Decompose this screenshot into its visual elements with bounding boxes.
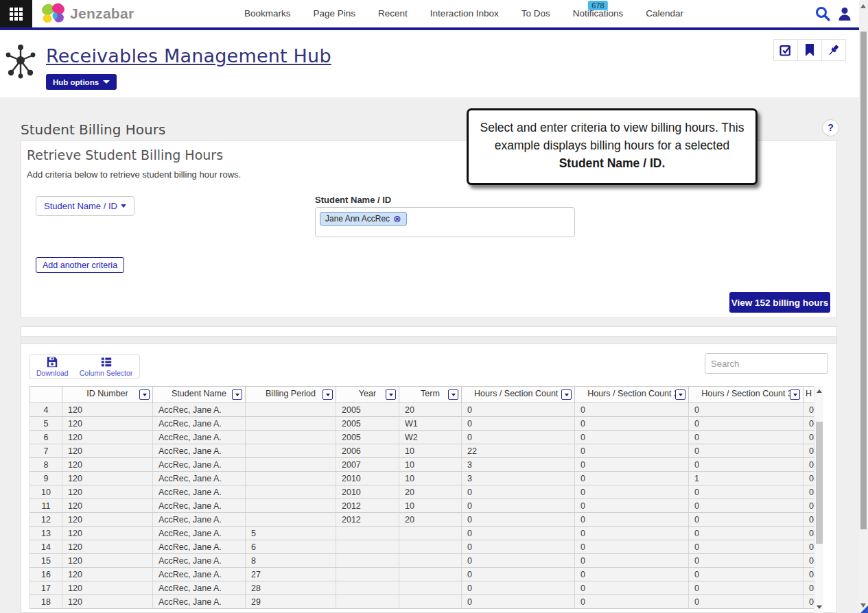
filter-icon[interactable]	[790, 389, 800, 400]
col-truncated[interactable]: H	[804, 387, 814, 403]
table-row[interactable]: 6120AccRec, Jane A.2005W20000	[30, 431, 814, 444]
bookmark-button[interactable]	[797, 39, 822, 61]
nav-recent[interactable]: Recent	[378, 0, 408, 27]
table-row[interactable]: 16120AccRec, Jane A.270000	[30, 568, 814, 581]
col-hours-section-count-1[interactable]: Hours / Section Count 1	[462, 387, 575, 403]
grid-search-input[interactable]	[705, 353, 828, 374]
hub-options-button[interactable]: Hub options	[46, 74, 117, 90]
criteria-type-dropdown[interactable]: Student Name / ID	[36, 196, 134, 216]
table-row[interactable]: 12120AccRec, Jane A.2012200000	[30, 513, 814, 527]
remove-tag-icon[interactable]: ⊗	[393, 214, 401, 224]
filter-icon[interactable]	[561, 389, 572, 400]
scroll-down-icon[interactable]	[817, 605, 822, 609]
nav-to-dos[interactable]: To Dos	[521, 0, 550, 27]
jenzabar-logo[interactable]: Jenzabar	[40, 2, 134, 25]
chevron-down-icon	[103, 80, 110, 84]
col-billing-period[interactable]: Billing Period	[246, 387, 336, 403]
help-icon[interactable]: ?	[822, 119, 839, 136]
cell-name: AccRec, Jane A.	[153, 554, 246, 568]
user-profile-icon[interactable]	[836, 5, 853, 22]
col-id-number[interactable]: ID Number	[62, 387, 153, 403]
row-number-cell: 7	[30, 444, 62, 458]
hub-title-link[interactable]: Receivables Management Hub	[46, 45, 331, 67]
student-name-id-input[interactable]: Jane Ann AccRec ⊗	[315, 207, 575, 237]
table-row[interactable]: 5120AccRec, Jane A.2005W10000	[30, 417, 814, 431]
cell-bp	[246, 431, 336, 444]
filter-icon[interactable]	[322, 389, 333, 400]
col-term[interactable]: Term	[399, 387, 462, 403]
table-scrollbar-thumb[interactable]	[816, 422, 823, 544]
cell-h4: 0	[804, 444, 814, 458]
selected-student-tag[interactable]: Jane Ann AccRec ⊗	[320, 212, 407, 226]
tasks-button[interactable]	[773, 39, 798, 61]
table-scrollbar[interactable]	[814, 386, 823, 613]
cell-term	[399, 595, 462, 609]
table-row[interactable]: 18120AccRec, Jane A.290000	[30, 595, 814, 609]
cell-term: 10	[399, 444, 462, 458]
cell-h2: 0	[575, 527, 689, 540]
col-student-name[interactable]: Student Name	[153, 387, 246, 403]
nav-page-pins[interactable]: Page Pins	[314, 0, 356, 27]
page-scrollbar[interactable]	[859, 0, 868, 613]
nav-notifications[interactable]: 678 Notifications	[573, 0, 624, 27]
table-row[interactable]: 8120AccRec, Jane A.2007103000	[30, 458, 814, 472]
nav-calendar[interactable]: Calendar	[646, 0, 683, 27]
scroll-up-icon[interactable]	[860, 4, 866, 8]
filter-icon[interactable]	[139, 389, 150, 400]
row-number-cell: 15	[30, 554, 62, 568]
cell-term: 10	[399, 472, 462, 485]
table-row[interactable]: 4120AccRec, Jane A.2005200000	[30, 403, 814, 417]
page-scrollbar-thumb[interactable]	[860, 32, 867, 529]
search-icon[interactable]	[814, 5, 831, 22]
filter-icon[interactable]	[675, 389, 685, 400]
view-billing-hours-button[interactable]: View 152 billing hours	[729, 292, 830, 313]
add-another-criteria-button[interactable]: Add another criteria	[36, 257, 124, 273]
cell-h4: 0	[804, 513, 814, 527]
table-row[interactable]: 17120AccRec, Jane A.280000	[30, 581, 814, 595]
cell-h2: 0	[575, 431, 689, 444]
cell-term: 10	[399, 499, 462, 513]
cell-year	[336, 540, 399, 554]
page-title: Student Billing Hours	[21, 121, 165, 138]
cell-year: 2007	[336, 458, 399, 472]
cell-year: 2010	[336, 472, 399, 485]
app-launcher-button[interactable]	[0, 0, 32, 27]
col-hours-section-count-3[interactable]: Hours / Section Count 3	[689, 387, 804, 403]
table-row[interactable]: 10120AccRec, Jane A.2010200000	[30, 485, 814, 499]
pin-button[interactable]	[821, 39, 846, 61]
filter-icon[interactable]	[232, 389, 242, 400]
cell-year	[336, 568, 399, 581]
column-selector-button[interactable]: Column Selector	[80, 357, 133, 377]
billing-table-body: 4120AccRec, Jane A.20052000005120AccRec,…	[30, 403, 814, 609]
table-row[interactable]: 9120AccRec, Jane A.2010103010	[30, 472, 814, 485]
row-number-header	[30, 387, 62, 403]
download-button[interactable]: Download	[36, 357, 69, 377]
cell-name: AccRec, Jane A.	[153, 581, 246, 595]
nav-interaction-inbox[interactable]: Interaction Inbox	[430, 0, 499, 27]
cell-h4: 0	[804, 595, 814, 609]
cell-h4: 0	[804, 472, 814, 485]
cell-h1: 0	[462, 581, 575, 595]
cell-id: 120	[62, 513, 153, 527]
cell-id: 120	[62, 485, 153, 499]
cell-year: 2010	[336, 485, 399, 499]
col-hours-section-count-2[interactable]: Hours / Section Count 2	[575, 387, 689, 403]
cell-h4: 0	[804, 499, 814, 513]
row-number-cell: 17	[30, 581, 62, 595]
table-row[interactable]: 11120AccRec, Jane A.2012100000	[30, 499, 814, 513]
table-header-row: ID Number Student Name Billing Period Ye…	[30, 387, 814, 403]
cell-h1: 0	[462, 568, 575, 581]
nav-bookmarks[interactable]: Bookmarks	[244, 0, 291, 27]
col-year[interactable]: Year	[336, 387, 399, 403]
filter-icon[interactable]	[448, 389, 458, 400]
table-row[interactable]: 7120AccRec, Jane A.20061022000	[30, 444, 814, 458]
table-row[interactable]: 14120AccRec, Jane A.60000	[30, 540, 814, 554]
cell-bp	[246, 513, 336, 527]
table-row[interactable]: 15120AccRec, Jane A.80000	[30, 554, 814, 568]
row-number-cell: 14	[30, 540, 62, 554]
table-row[interactable]: 13120AccRec, Jane A.50000	[30, 527, 814, 540]
filter-icon[interactable]	[386, 389, 396, 400]
billing-hours-table: ID Number Student Name Billing Period Ye…	[30, 386, 814, 609]
scroll-up-icon[interactable]	[817, 389, 822, 393]
cell-h2: 0	[575, 513, 689, 527]
